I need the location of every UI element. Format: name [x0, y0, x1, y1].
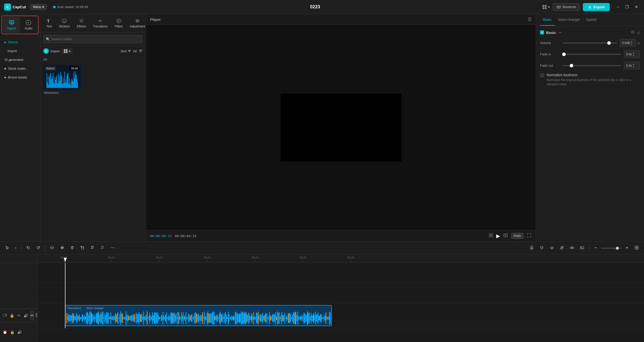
transitions-tool[interactable]: Transitions — [90, 16, 111, 30]
effects-tool[interactable]: Effects — [74, 16, 89, 30]
fade-in-slider-track[interactable] — [563, 54, 621, 55]
fade-out-slider-track[interactable] — [563, 65, 621, 66]
zoom-in-button[interactable] — [623, 244, 631, 252]
fade-out-down-arrow[interactable]: ▼ — [632, 66, 635, 68]
fullscreen-button[interactable] — [527, 233, 532, 239]
import-media-button[interactable]: + Import — [43, 48, 60, 54]
fade-out-slider[interactable] — [563, 65, 621, 66]
media-thumbnail[interactable]: Added 00:06 — [43, 65, 81, 90]
filters-tool[interactable]: Filters — [112, 16, 126, 30]
track-video-icon[interactable] — [2, 312, 8, 319]
volume-down-arrow[interactable]: ▼ — [630, 43, 633, 46]
select-arrow[interactable]: ▾ — [13, 245, 19, 251]
tab-basic[interactable]: Basic — [540, 14, 555, 26]
filter-icon[interactable] — [139, 49, 143, 53]
import-tab[interactable]: Import — [3, 17, 20, 33]
fade-in-up-arrow[interactable]: ▲ — [632, 52, 635, 54]
normalize-checkbox[interactable] — [540, 73, 544, 77]
shortcuts-button[interactable]: Shortcuts — [553, 3, 580, 11]
select-tool-button[interactable] — [3, 244, 12, 252]
center-panel: Player ☰ 00:00:00:15 00:00:04:29 ▶ — [146, 14, 536, 241]
view-arrow: ▾ — [69, 49, 70, 53]
trim-button[interactable] — [58, 244, 66, 252]
menu-button[interactable]: Menu ▾ — [30, 4, 47, 10]
flag2-button[interactable] — [98, 244, 107, 252]
restore-button[interactable]: ❐ — [623, 4, 631, 10]
sidebar-item-stock-material[interactable]: ▶ Stock mater... — [2, 64, 39, 73]
redo-button[interactable] — [34, 244, 43, 252]
reset-button[interactable] — [631, 30, 635, 35]
timeline-right[interactable]: 00:0000:0100:0200:0300:0400:0500:06 Voic… — [38, 255, 644, 342]
basic-check[interactable]: ✓ — [540, 30, 544, 34]
tab-voice-changer[interactable]: Voice changer — [555, 14, 583, 26]
diamond-section-button[interactable]: ◇ — [637, 30, 640, 35]
fade-in-slider-thumb[interactable] — [562, 53, 566, 56]
track-eye-icon[interactable]: 👁 — [16, 313, 21, 318]
volume-slider-thumb[interactable] — [607, 41, 611, 45]
split-audio-button[interactable] — [568, 244, 576, 252]
screenshot-button[interactable] — [503, 233, 508, 239]
adjustment-tool[interactable]: Adjustment — [127, 16, 148, 30]
fade-in-down-arrow[interactable]: ▼ — [632, 54, 635, 57]
view-toggle-button[interactable]: ▾ — [62, 48, 73, 54]
zoom-out-button[interactable] — [592, 244, 600, 252]
delete-button[interactable] — [68, 244, 77, 252]
tab-speed[interactable]: Speed — [583, 14, 599, 26]
audio-clip[interactable]: Voiceover1 Voice changer — [65, 305, 332, 326]
search-input[interactable] — [43, 35, 143, 43]
zoom-in-icon — [625, 246, 629, 250]
stickers-tool[interactable]: Stickers — [56, 16, 73, 30]
zoom-track[interactable] — [601, 248, 621, 249]
sidebar-item-device[interactable]: ▶ Device — [2, 38, 39, 47]
audio-tab[interactable]: Audio — [20, 17, 37, 33]
audio-clock-icon[interactable]: ⏰ — [2, 329, 8, 335]
layout-button[interactable]: ▾ — [542, 5, 550, 10]
volume-slider-track[interactable] — [563, 42, 617, 44]
all-filter-button[interactable]: All — [133, 49, 137, 53]
zoom-out-icon — [594, 246, 598, 250]
zoom-thumb[interactable] — [616, 247, 619, 250]
track-volume-icon[interactable]: 🔊 — [23, 313, 29, 318]
close-button[interactable]: ✕ — [633, 4, 640, 10]
grid-view-button[interactable] — [489, 233, 493, 239]
split-button[interactable] — [48, 244, 56, 252]
fade-in-slider[interactable] — [563, 54, 621, 55]
undo-button[interactable] — [24, 244, 32, 252]
fade-out-up-arrow[interactable]: ▲ — [632, 63, 635, 65]
zoom-slider[interactable] — [601, 248, 621, 249]
play-button[interactable]: ▶ — [496, 233, 500, 239]
flag-button[interactable] — [88, 244, 97, 252]
volume-slider[interactable] — [563, 42, 617, 44]
unlink-button[interactable] — [558, 244, 566, 252]
sidebar-item-brand-assets[interactable]: ▶ Brand assets — [2, 73, 39, 82]
player-menu-button[interactable]: ☰ — [528, 17, 532, 22]
subtitle-button[interactable] — [578, 244, 586, 252]
audio-vol-icon[interactable]: 🔊 — [17, 329, 22, 335]
svg-text:T: T — [47, 19, 50, 23]
ruler-mark: 00:04 — [231, 256, 279, 262]
minimize-button[interactable]: − — [615, 4, 621, 10]
magnet-button[interactable] — [538, 244, 546, 252]
player-title: Player — [150, 17, 161, 22]
export-button[interactable]: Export — [583, 3, 610, 11]
list-item: Added 00:06 Voiceover1 — [43, 65, 81, 95]
volume-keyframe-button[interactable]: ◇ — [637, 40, 640, 45]
fade-out-slider-thumb[interactable] — [570, 64, 573, 67]
text-tool[interactable]: T Text — [43, 16, 55, 30]
import-audio-row: Import Audio — [3, 17, 37, 33]
audio-lock-icon[interactable]: 🔒 — [9, 329, 15, 335]
more-button[interactable] — [108, 244, 117, 252]
link-button[interactable] — [548, 244, 556, 252]
sidebar-item-import[interactable]: Import — [2, 47, 39, 55]
add-track-button[interactable] — [632, 244, 641, 252]
track-lock-icon[interactable]: 🔒 — [9, 313, 15, 318]
pen-button[interactable]: ✏ — [30, 311, 34, 320]
top-right-controls: ▾ Shortcuts Export − ❐ ✕ — [542, 3, 640, 11]
crop-button[interactable] — [78, 244, 87, 252]
mic-button[interactable] — [527, 244, 536, 252]
sidebar-item-ai-generated[interactable]: AI generated — [2, 55, 39, 64]
volume-up-arrow[interactable]: ▲ — [630, 40, 633, 43]
ratio-button[interactable]: Ratio — [511, 233, 524, 239]
sort-button[interactable]: Sort — [121, 49, 131, 53]
all-filter-label: All — [133, 49, 137, 53]
